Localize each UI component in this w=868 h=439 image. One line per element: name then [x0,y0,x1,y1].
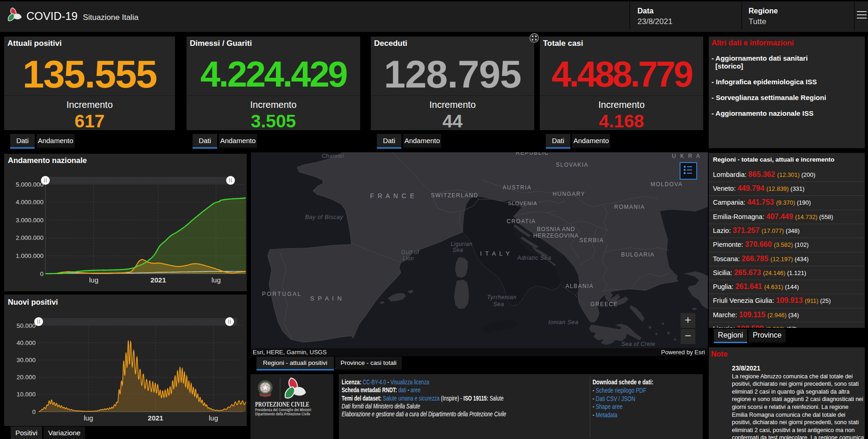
svg-text:GREECE: GREECE [590,301,618,307]
svg-text:20.000: 20.000 [17,374,36,381]
svg-text:Adriatic Sea: Adriatic Sea [517,255,551,261]
svg-text:2.000.000: 2.000.000 [16,234,44,241]
svg-text:BULGARIA: BULGARIA [621,251,655,258]
svg-text:SLOVENIA: SLOVENIA [508,201,537,206]
svg-text:50.000: 50.000 [17,322,36,329]
svg-text:lug: lug [212,276,221,284]
svg-text:Sea of Crete: Sea of Crete [621,341,655,347]
svg-text:lug: lug [84,414,93,422]
svg-text:ALBANIA: ALBANIA [565,283,593,289]
svg-text:Gulf of: Gulf of [401,249,420,256]
svg-text:AUSTRIA: AUSTRIA [503,184,532,191]
svg-text:3.000.000: 3.000.000 [16,217,44,224]
svg-text:HUNGARY: HUNGARY [553,191,585,197]
svg-text:REPUBLIC: REPUBLIC [516,152,549,156]
svg-text:Sea: Sea [493,301,504,307]
svg-text:4.000.000: 4.000.000 [16,199,44,206]
svg-text:1.000.000: 1.000.000 [16,252,44,259]
svg-text:40.000: 40.000 [17,339,36,346]
svg-text:SERBIA: SERBIA [579,237,604,244]
svg-text:MOLDOVA: MOLDOVA [650,181,683,188]
svg-text:0: 0 [32,408,36,415]
svg-text:Channel: Channel [322,153,344,159]
svg-text:U K R A: U K R A [672,153,701,159]
svg-text:Lion: Lion [403,255,414,262]
svg-text:SWITZERLAND: SWITZERLAND [431,192,479,199]
svg-text:lug: lug [89,276,98,284]
svg-text:10.000: 10.000 [17,391,36,398]
svg-text:I T A L Y: I T A L Y [480,250,511,257]
svg-text:Nuovi positivi: Nuovi positivi [8,298,58,306]
svg-text:Andamento nazionale: Andamento nazionale [8,156,87,164]
svg-text:F R A N C E: F R A N C E [370,192,415,200]
svg-text:Sea: Sea [453,247,463,253]
svg-text:Ionian Sea: Ionian Sea [549,319,579,326]
svg-text:S P A I N: S P A I N [310,295,343,302]
svg-text:Tyrrhenian: Tyrrhenian [487,294,517,301]
svg-text:ROMANIA: ROMANIA [614,204,645,210]
svg-text:Ligurian: Ligurian [451,241,473,247]
svg-text:BOSNIA AND: BOSNIA AND [537,226,575,232]
svg-text:CROATIA: CROATIA [507,218,536,225]
svg-text:SLOVAKIA: SLOVAKIA [556,162,588,168]
svg-text:5.000.000: 5.000.000 [16,181,44,188]
svg-text:30.000: 30.000 [17,357,36,364]
svg-text:2021: 2021 [148,414,163,422]
svg-text:PORTUGAL: PORTUGAL [262,291,302,297]
svg-text:0: 0 [40,270,44,277]
svg-text:HERZEGOVINA: HERZEGOVINA [533,232,579,239]
svg-text:lug: lug [209,414,218,422]
svg-text:Bay of Biscay: Bay of Biscay [305,214,343,220]
svg-text:2021: 2021 [150,276,166,284]
